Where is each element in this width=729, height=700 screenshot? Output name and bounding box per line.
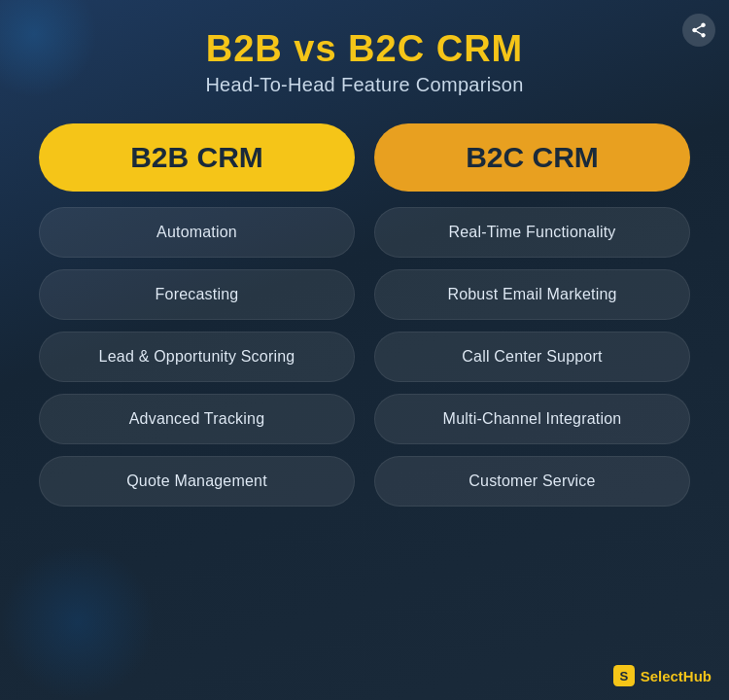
b2b-header: B2B CRM (39, 123, 355, 192)
sub-title: Head-To-Head Feature Comparison (205, 74, 523, 96)
b2c-feature-5: Customer Service (374, 456, 690, 507)
b2c-feature-1: Real-Time Functionality (374, 207, 690, 258)
b2b-feature-1: Automation (39, 207, 355, 258)
b2b-feature-3: Lead & Opportunity Scoring (39, 332, 355, 382)
b2c-header: B2C CRM (374, 123, 690, 192)
b2b-feature-5: Quote Management (39, 456, 355, 507)
b2b-feature-2: Forecasting (39, 269, 355, 320)
b2c-feature-2: Robust Email Marketing (374, 269, 690, 320)
b2c-feature-3: Call Center Support (374, 332, 690, 382)
page-header: B2B vs B2C CRM Head-To-Head Feature Comp… (205, 29, 523, 96)
b2b-column: B2B CRM Automation Forecasting Lead & Op… (39, 123, 355, 681)
b2b-feature-4: Advanced Tracking (39, 394, 355, 444)
comparison-columns: B2B CRM Automation Forecasting Lead & Op… (39, 123, 690, 681)
b2c-feature-4: Multi-Channel Integration (374, 394, 690, 444)
main-title: B2B vs B2C CRM (205, 29, 523, 70)
b2c-column: B2C CRM Real-Time Functionality Robust E… (374, 123, 690, 681)
